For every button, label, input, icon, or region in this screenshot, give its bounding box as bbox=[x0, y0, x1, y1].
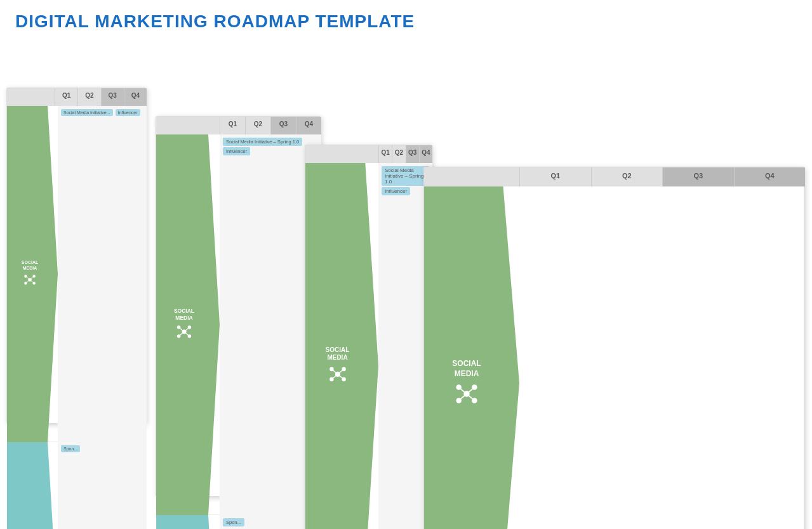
svg-line-91 bbox=[459, 394, 467, 400]
social-arrow-c1: SOCIALMEDIA bbox=[7, 106, 58, 442]
q2-c4: Q2 bbox=[591, 167, 663, 186]
q2-c2: Q2 bbox=[245, 117, 270, 134]
chip-spon-c2: Spon... bbox=[223, 518, 244, 526]
social-row-c4: SOCIALMEDIA bbox=[424, 186, 805, 529]
svg-line-92 bbox=[467, 394, 474, 400]
social-icon-c1 bbox=[23, 273, 37, 288]
quarters-row-card3: Q1 Q2 Q3 Q4 bbox=[305, 145, 432, 163]
svg-line-34 bbox=[184, 327, 189, 332]
svg-line-6 bbox=[30, 276, 34, 280]
social-icon-c2 bbox=[175, 323, 193, 342]
svg-line-36 bbox=[184, 332, 189, 336]
q3-label-c1: Q3 bbox=[101, 88, 124, 106]
q2-label-c1: Q2 bbox=[77, 88, 100, 106]
svg-line-63 bbox=[331, 374, 338, 379]
q1-c2: Q1 bbox=[220, 117, 245, 134]
content-data-c1: Spon... bbox=[58, 442, 147, 529]
svg-line-33 bbox=[179, 327, 184, 332]
social-row-c1: SOCIALMEDIA Social Me bbox=[7, 106, 147, 442]
card-3: Q1 Q2 Q3 Q4 SOCIALMEDIA bbox=[305, 145, 432, 529]
q4-c2: Q4 bbox=[296, 117, 321, 134]
svg-line-61 bbox=[331, 369, 338, 374]
chip-influencer-c2: Influencer bbox=[223, 147, 250, 155]
card-4-full: Q1 Q2 Q3 Q4 SOCIALMEDIA bbox=[423, 167, 804, 529]
social-arrow-c2: SOCIALMEDIA bbox=[156, 134, 220, 515]
social-label-c3: SOCIALMEDIA bbox=[326, 346, 350, 362]
social-arrow-c3: SOCIALMEDIA bbox=[305, 163, 378, 529]
svg-line-89 bbox=[459, 388, 467, 394]
q4-c3: Q4 bbox=[419, 145, 432, 163]
q1-label-c1: Q1 bbox=[55, 88, 77, 106]
svg-line-64 bbox=[338, 374, 344, 379]
social-data-c1: Social Media Initiative... Influencer bbox=[58, 106, 147, 442]
social-icon-c3 bbox=[328, 364, 348, 386]
content-arrow-c2: CONTENTMARKETING bbox=[156, 515, 220, 529]
q3-c2: Q3 bbox=[270, 117, 296, 134]
social-arrow-c4: SOCIALMEDIA bbox=[424, 186, 519, 529]
q3-c3: Q3 bbox=[406, 145, 419, 163]
chip-spring-c3: Social Media Initiative – Spring 1.0 bbox=[382, 166, 429, 186]
chip-social-spring-c1: Social Media Initiative... bbox=[61, 109, 113, 116]
card-1: Q1 Q2 Q3 Q4 SOCIALMEDIA bbox=[6, 88, 146, 424]
content-row-c2: CONTENTMARKETING Spon... bbox=[156, 515, 321, 529]
chip-sponsored-c1: Spon... bbox=[61, 445, 80, 452]
q2-c3: Q2 bbox=[392, 145, 405, 163]
q1-c4: Q1 bbox=[519, 167, 591, 186]
page-title: DIGITAL MARKETING ROADMAP TEMPLATE bbox=[0, 0, 812, 37]
chip-influencer-c1: Influencer bbox=[116, 109, 140, 116]
quarters-row-card2: Q1 Q2 Q3 Q4 bbox=[156, 117, 321, 134]
q4-c4: Q4 bbox=[734, 167, 806, 186]
social-label-c4: SOCIALMEDIA bbox=[452, 359, 481, 379]
social-row-c3: SOCIALMEDIA Social Me bbox=[305, 163, 432, 529]
svg-line-5 bbox=[25, 276, 30, 280]
social-label-c2: SOCIALMEDIA bbox=[174, 308, 194, 320]
svg-line-7 bbox=[25, 280, 30, 284]
q3-c4: Q3 bbox=[662, 167, 734, 186]
svg-line-35 bbox=[179, 332, 184, 336]
q4-label-c1: Q4 bbox=[124, 88, 147, 106]
quarters-row-card4: Q1 Q2 Q3 Q4 bbox=[424, 167, 805, 186]
q1-c3: Q1 bbox=[378, 145, 392, 163]
chip-spring-c2: Social Media Initiative – Spring 1.0 bbox=[223, 138, 302, 146]
quarters-row-card1: Q1 Q2 Q3 Q4 bbox=[7, 88, 147, 106]
svg-line-62 bbox=[338, 369, 344, 374]
card-2: Q1 Q2 Q3 Q4 SOCIALMEDIA bbox=[156, 116, 321, 497]
social-row-c2: SOCIALMEDIA Social Me bbox=[156, 134, 321, 515]
svg-line-8 bbox=[30, 280, 34, 284]
chip-influencer-c3: Influencer bbox=[382, 187, 410, 195]
social-label-c1: SOCIALMEDIA bbox=[22, 260, 38, 271]
content-arrow-c1: CONTENTMARKETING bbox=[7, 442, 58, 529]
svg-line-90 bbox=[467, 388, 474, 394]
content-row-c1: CONTENTMARKETING Spon... bbox=[7, 442, 147, 529]
social-icon-c4 bbox=[455, 382, 479, 407]
